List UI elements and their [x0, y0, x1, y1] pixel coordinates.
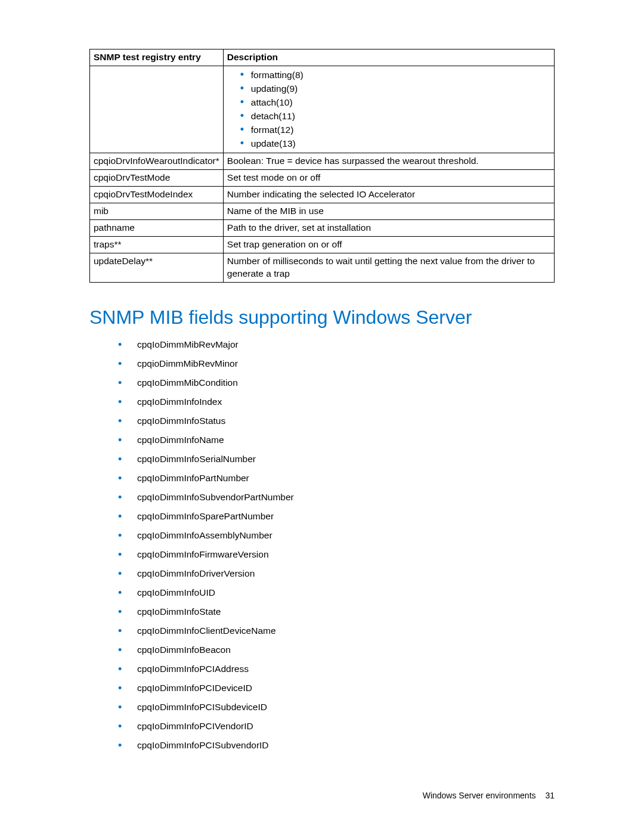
cell-description: Path to the driver, set at installation — [223, 220, 554, 237]
table-header-row: SNMP test registry entry Description — [90, 49, 555, 66]
list-item: cpqIoDimmInfoFirmwareVersion — [118, 549, 555, 560]
cell-description: formatting(8) updating(9) attach(10) det… — [223, 66, 554, 153]
table-row: pathname Path to the driver, set at inst… — [90, 220, 555, 237]
list-item: detach(11) — [240, 110, 550, 123]
list-item: cpqIoDimmInfoPCIAddress — [118, 664, 555, 674]
page-footer: Windows Server environments 31 — [423, 791, 555, 800]
list-item: attach(10) — [240, 97, 550, 109]
cell-entry: cpqioDrvTestModeIndex — [90, 187, 224, 203]
list-item: cpqIoDimmInfoIndex — [118, 397, 555, 407]
section-heading: SNMP MIB fields supporting Windows Serve… — [89, 306, 555, 329]
cell-entry: cpqioDrvTestMode — [90, 170, 224, 187]
footer-section: Windows Server environments — [423, 791, 536, 800]
state-list: formatting(8) updating(9) attach(10) det… — [227, 69, 550, 150]
cell-description: Boolean: True = device has surpassed the… — [223, 153, 554, 170]
list-item: cpqIoDimmInfoSubvendorPartNumber — [118, 492, 555, 503]
cell-entry: cpqioDrvInfoWearoutIndicator* — [90, 153, 224, 170]
cell-description: Name of the MIB in use — [223, 203, 554, 220]
list-item: updating(9) — [240, 83, 550, 95]
header-entry: SNMP test registry entry — [90, 49, 224, 66]
list-item: formatting(8) — [240, 69, 550, 82]
list-item: cpqIoDimmInfoDriverVersion — [118, 568, 555, 579]
list-item: update(13) — [240, 138, 550, 150]
cell-entry — [90, 66, 224, 153]
mib-fields-list: cpqIoDimmMibRevMajor cpqioDimmMibRevMino… — [118, 339, 555, 751]
cell-entry: traps** — [90, 237, 224, 253]
table-row: cpqioDrvInfoWearoutIndicator* Boolean: T… — [90, 153, 555, 170]
page: SNMP test registry entry Description for… — [0, 0, 644, 833]
list-item: cpqIoDimmInfoBeacon — [118, 645, 555, 655]
list-item: cpqIoDimmInfoName — [118, 435, 555, 445]
footer-page-number: 31 — [545, 791, 555, 800]
list-item: cpqIoDimmMibRevMajor — [118, 339, 555, 350]
cell-description: Number of milliseconds to wait until get… — [223, 253, 554, 282]
list-item: cpqIoDimmInfoSerialNumber — [118, 454, 555, 465]
table-row: cpqioDrvTestModeIndex Number indicating … — [90, 187, 555, 203]
table-row: cpqioDrvTestMode Set test mode on or off — [90, 170, 555, 187]
cell-description: Number indicating the selected IO Accele… — [223, 187, 554, 203]
list-item: cpqIoDimmInfoStatus — [118, 416, 555, 426]
list-item: cpqIoDimmInfoPCISubvendorID — [118, 740, 555, 751]
list-item: cpqIoDimmInfoPartNumber — [118, 473, 555, 484]
cell-entry: pathname — [90, 220, 224, 237]
snmp-registry-table: SNMP test registry entry Description for… — [89, 49, 555, 283]
list-item: cpqIoDimmMibCondition — [118, 377, 555, 388]
list-item: cpqIoDimmInfoPCIDeviceID — [118, 683, 555, 693]
cell-entry: updateDelay** — [90, 253, 224, 282]
cell-description: Set test mode on or off — [223, 170, 554, 187]
list-item: cpqIoDimmInfoPCISubdeviceID — [118, 702, 555, 713]
list-item: format(12) — [240, 124, 550, 137]
list-item: cpqIoDimmInfoState — [118, 606, 555, 617]
list-item: cpqIoDimmInfoClientDeviceName — [118, 625, 555, 636]
list-item: cpqIoDimmInfoUID — [118, 587, 555, 598]
table-row: mib Name of the MIB in use — [90, 203, 555, 220]
table-row: traps** Set trap generation on or off — [90, 237, 555, 253]
table-row: updateDelay** Number of milliseconds to … — [90, 253, 555, 282]
list-item: cpqIoDimmInfoSparePartNumber — [118, 511, 555, 522]
list-item: cpqioDimmMibRevMinor — [118, 358, 555, 369]
header-description: Description — [223, 49, 554, 66]
cell-description: Set trap generation on or off — [223, 237, 554, 253]
list-item: cpqIoDimmInfoAssemblyNumber — [118, 530, 555, 541]
cell-entry: mib — [90, 203, 224, 220]
table-row: formatting(8) updating(9) attach(10) det… — [90, 66, 555, 153]
list-item: cpqIoDimmInfoPCIVendorID — [118, 721, 555, 732]
